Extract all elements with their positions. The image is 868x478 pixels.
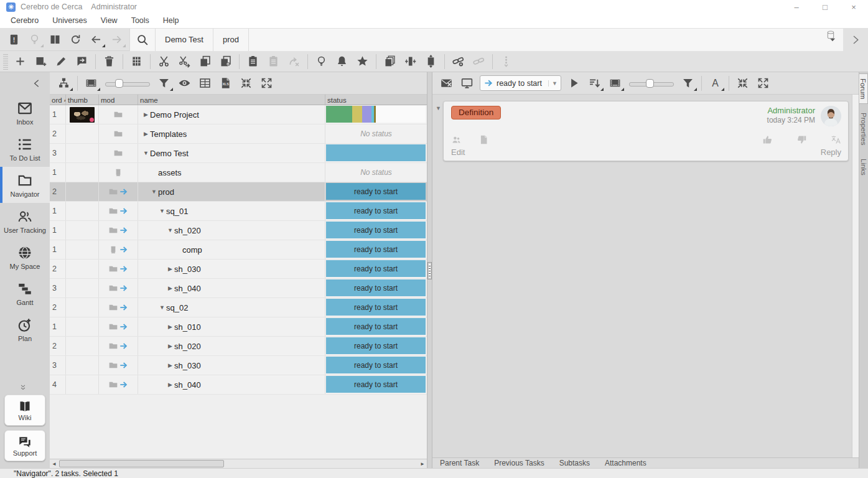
cancel-move-button[interactable]: [284, 52, 304, 71]
table-row-comp[interactable]: 1compready to start: [50, 240, 427, 260]
table-row-sh-020[interactable]: 1▼sh_020ready to start: [50, 221, 427, 240]
menu-help[interactable]: Help: [156, 14, 186, 28]
maximize-button[interactable]: □: [811, 0, 839, 14]
sidebar-shortcut-support[interactable]: Support: [4, 430, 45, 461]
forum-scrollbar[interactable]: [852, 95, 859, 457]
cell-status[interactable]: ready to start: [325, 375, 427, 394]
sidebar-item-inbox[interactable]: Inbox: [0, 95, 50, 131]
import-button[interactable]: [496, 52, 516, 71]
search-button[interactable]: [130, 29, 155, 51]
start-button[interactable]: [564, 74, 584, 93]
zoom-slider[interactable]: [105, 77, 150, 90]
toolbar-grip[interactable]: [3, 54, 8, 70]
scroll-left-arrow[interactable]: ◄: [50, 460, 58, 467]
table-row-sh-020[interactable]: 2▶sh_020ready to start: [50, 337, 427, 356]
side-tab-properties[interactable]: Properties: [859, 108, 868, 149]
horizontal-scrollbar[interactable]: ◄ ►: [50, 459, 427, 468]
dislike-icon[interactable]: [796, 134, 807, 145]
cell-status[interactable]: ready to start: [325, 240, 427, 259]
cell-status[interactable]: [325, 105, 427, 124]
copy-with-link-button[interactable]: [215, 52, 236, 71]
paste-special-button[interactable]: [263, 52, 284, 71]
insert-between-button[interactable]: [400, 52, 421, 71]
collapse-sidebar-button[interactable]: [29, 75, 45, 91]
favorite-button[interactable]: [352, 52, 373, 71]
urgent-journal-button[interactable]: !: [4, 30, 24, 49]
table-row-sh-030[interactable]: 3▶sh_030ready to start: [50, 356, 427, 375]
cut-button[interactable]: [154, 52, 174, 71]
zoom-slider[interactable]: [629, 77, 674, 90]
cell-status[interactable]: ready to start: [325, 202, 427, 220]
menu-cerebro[interactable]: Cerebro: [4, 14, 45, 28]
column-header-name[interactable]: name: [138, 95, 325, 105]
bottom-tab-previous-tasks[interactable]: Previous Tasks: [494, 459, 544, 467]
add-task-button[interactable]: [10, 52, 30, 71]
like-icon[interactable]: [762, 134, 773, 145]
cell-status[interactable]: ready to start: [325, 182, 427, 201]
filter-button[interactable]: [678, 74, 698, 93]
move-task-button[interactable]: [421, 52, 441, 71]
cell-status[interactable]: ready to start: [325, 279, 427, 298]
column-header-thumb[interactable]: thumb: [66, 95, 99, 105]
archive-button[interactable]: [126, 52, 147, 71]
table-row-templates[interactable]: 2▶TemplatesNo status: [50, 124, 427, 144]
idea-button[interactable]: [311, 52, 332, 71]
panel-splitter[interactable]: [427, 72, 432, 468]
link-button[interactable]: [469, 52, 489, 71]
expander-closed-icon[interactable]: ▶: [166, 382, 174, 388]
translate-icon[interactable]: [831, 134, 841, 145]
sidebar-item-gantt[interactable]: Gantt: [0, 275, 50, 311]
cut-with-link-button[interactable]: [174, 52, 195, 71]
expander-open-icon[interactable]: ▼: [166, 227, 174, 233]
subscribe-button[interactable]: [332, 52, 352, 71]
chevrons-down-icon[interactable]: [19, 383, 31, 392]
expand-all-button[interactable]: [753, 74, 773, 93]
filter-button[interactable]: [154, 74, 174, 93]
expander-closed-icon[interactable]: ▶: [166, 343, 174, 349]
refresh-button[interactable]: [65, 30, 86, 49]
collapse-all-button[interactable]: [236, 74, 256, 93]
watch-button[interactable]: [174, 74, 195, 93]
table-row-sh-010[interactable]: 1▶sh_010ready to start: [50, 317, 427, 337]
back-button[interactable]: [86, 30, 106, 49]
copy-button[interactable]: [195, 52, 215, 71]
expander-open-icon[interactable]: ▼: [150, 189, 158, 195]
bottom-tab-subtasks[interactable]: Subtasks: [559, 459, 590, 467]
column-header-status[interactable]: status: [325, 95, 427, 105]
go-next-button[interactable]: [843, 29, 868, 51]
side-tab-forum[interactable]: Forum: [859, 73, 868, 104]
expander-closed-icon[interactable]: ▶: [166, 285, 174, 291]
reply-button[interactable]: Reply: [762, 148, 841, 157]
table-row-prod[interactable]: 2▼prodready to start: [50, 182, 427, 202]
edit-button[interactable]: Edit: [451, 148, 489, 157]
add-link-button[interactable]: [448, 52, 469, 71]
paste-button[interactable]: [243, 52, 263, 71]
edit-button[interactable]: [51, 52, 72, 71]
cell-status[interactable]: ready to start: [325, 356, 427, 375]
hierarchy-view-button[interactable]: [54, 74, 74, 93]
expander-open-icon[interactable]: ▼: [158, 304, 166, 311]
table-row-demo-project[interactable]: 1▶Demo Project: [50, 105, 427, 124]
bottom-tab-attachments[interactable]: Attachments: [605, 459, 646, 467]
status-combo[interactable]: ready to start▼: [480, 75, 561, 91]
nav-tab-demo-test[interactable]: Demo Test: [155, 29, 213, 51]
slider-knob[interactable]: [115, 79, 123, 88]
cell-status[interactable]: ready to start: [325, 221, 427, 240]
expander-closed-icon[interactable]: ▶: [166, 362, 174, 368]
cell-status[interactable]: [325, 144, 427, 162]
bottom-tab-parent-task[interactable]: Parent Task: [440, 459, 479, 467]
expand-all-button[interactable]: [256, 74, 277, 93]
column-header-mod[interactable]: mod: [99, 95, 138, 105]
export-excel-button[interactable]: XLS: [215, 74, 236, 93]
slider-knob[interactable]: [646, 79, 654, 88]
expander-closed-icon[interactable]: ▶: [142, 131, 150, 137]
splitter-grip[interactable]: [427, 262, 432, 279]
layout-panels-button[interactable]: [45, 30, 65, 49]
duplicate-button[interactable]: [380, 52, 400, 71]
table-row-sq-02[interactable]: 2▼sq_02ready to start: [50, 298, 427, 317]
table-row-sq-01[interactable]: 1▼sq_01ready to start: [50, 202, 427, 221]
nav-tab-prod[interactable]: prod: [213, 29, 249, 51]
column-header-ord[interactable]: ord▲: [50, 95, 66, 105]
sidebar-item-navigator[interactable]: Navigator: [0, 167, 50, 203]
menu-view[interactable]: View: [94, 14, 124, 28]
